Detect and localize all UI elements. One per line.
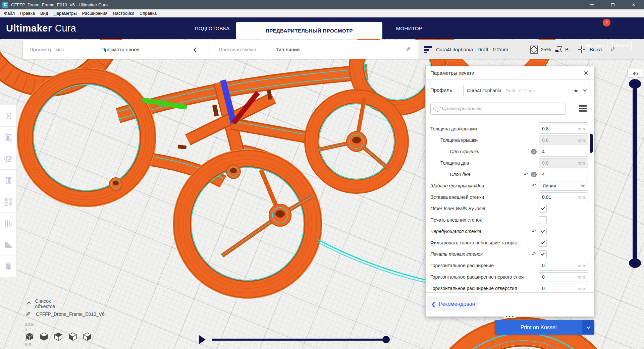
settings-menu-icon[interactable] [579,105,587,112]
settings-scrollbar[interactable] [590,134,593,153]
layer-slider-top-handle[interactable] [629,79,641,89]
move-tool-button[interactable] [0,105,16,127]
settings-scroll-area[interactable]: Толщина дна/крышки 0.8mm Толщина крышки … [426,119,594,292]
menu-bar: Файл Правка Вид Параметры Расширения Нас… [0,9,644,17]
window-title: CFFFP_Drone_Frame_E010_V6 - Ultimaker Cu… [11,2,108,7]
edit-view-pencil-icon[interactable]: ✎ [406,40,411,59]
print-options-button[interactable] [582,320,594,335]
simulation-slider-handle[interactable] [382,336,390,343]
duct-ring-bottom [173,150,322,298]
cylinder-icon [4,262,13,271]
undo-icon[interactable]: ↶ [532,251,536,257]
setting-checkbox[interactable] [539,239,547,247]
setting-checkbox[interactable] [539,228,547,235]
support-blocker-tool-button[interactable] [0,213,16,234]
object-list-toggle[interactable]: Список объектов [28,298,56,309]
menu-settings[interactable]: Параметры [51,10,79,17]
undo-icon[interactable]: ↶ [532,229,536,234]
layer-slider-bottom-handle[interactable] [629,258,641,268]
tab-prepare[interactable]: ПОДГОТОВКА [188,17,236,39]
duct-ring-left [17,68,156,207]
color-scheme-value[interactable]: Тип линии [276,40,300,59]
profile-label: Профиль [430,87,452,93]
scale-tool-button[interactable] [0,127,16,148]
close-window-button[interactable]: ✕ [628,0,639,9]
setting-row: Чередующаяся стенка ↶ [426,226,594,237]
view-type-value[interactable]: Просмотр слоёв [101,40,140,59]
mirror-tool-button[interactable] [0,170,16,191]
tab-monitor[interactable]: МОНИТОР [387,17,431,39]
maximize-button[interactable] [607,0,619,9]
brand-ultimaker: Ultimaker [6,23,52,34]
menu-view[interactable]: Вид [38,10,51,17]
collapse-chevron-icon[interactable]: ❮ [193,40,197,59]
sign-in-button[interactable]: Войти [612,41,632,50]
setting-input[interactable]: 4 [539,147,588,157]
infill-value[interactable]: 25% [541,40,551,59]
simulation-play-button[interactable] [199,335,206,344]
panel-resize-handle[interactable] [504,315,516,318]
per-model-settings-tool-button[interactable] [0,191,16,213]
setting-input[interactable]: 0mm [539,272,588,282]
setting-input[interactable]: 0.01mm [539,192,588,202]
profile-dropdown[interactable]: Cura4Litophania - Draft - 0.12mm ★ [463,85,590,96]
checkmark-icon [541,206,545,210]
rotate-tool-button[interactable] [0,148,16,170]
stairs-icon [4,240,13,249]
setting-input: 0.8mm [539,135,588,145]
setting-input: 0.8mm [539,158,588,168]
support-value[interactable]: В... [565,40,573,59]
menu-edit[interactable]: Правка [17,10,38,17]
application-window: C CFFFP_Drone_Frame_E010_V6 - Ultimaker … [0,0,644,349]
layer-slider-track[interactable] [633,84,637,263]
infill-icon [530,40,538,59]
view-left-button[interactable] [68,332,77,341]
view-right-button[interactable] [83,332,92,341]
setting-label: Вставка внешней стенки [430,194,539,200]
setting-checkbox[interactable] [539,216,547,224]
marketplace-button[interactable]: Магазин [583,41,607,50]
settings-search-box[interactable] [430,103,566,115]
view-3d-button[interactable] [25,332,34,341]
stairs-tool-button[interactable] [0,234,16,255]
setting-label: Шаблон для крышки/дна [430,183,532,188]
recommended-mode-button[interactable]: ❮ Рекомендован [427,296,478,311]
setting-input[interactable]: 0mm [539,261,588,271]
settings-search-input[interactable] [439,106,563,111]
cylinder-tool-button[interactable] [0,255,16,277]
setting-checkbox[interactable] [539,205,547,213]
panel-header: Параметры печати ✕ [426,66,594,80]
setting-dropdown[interactable]: Линии [539,181,588,191]
object-name-row[interactable]: ✎ CFFFP_Drone_Frame_E010_V6 [25,310,105,318]
print-button[interactable]: Print on Kossel [495,320,594,335]
setting-label: Печать внешних стенок [430,217,539,223]
undo-icon[interactable]: ↶ [532,183,536,189]
setting-input[interactable]: 0.8mm [539,124,588,134]
tab-preview[interactable]: ПРЕДВАРИТЕЛЬНЫЙ ПРОСМОТР [236,22,382,39]
view-type-label: Просмотр типа [30,40,64,59]
setting-input[interactable]: 4 [539,170,588,179]
menu-preferences[interactable]: Настройки [110,10,137,17]
setting-row-clipped [426,119,594,123]
menu-file[interactable]: Файл [1,10,17,17]
setting-label: Горизонтальное расширение первого слоя [430,274,539,280]
view-top-button[interactable] [54,332,63,341]
view-mode-toolbar: Просмотр типа Просмотр слоёв ❮ Цветовая … [23,40,419,59]
setting-row: Горизонтальное расширение первого слоя 0… [426,271,594,283]
star-icon[interactable]: ★ [574,88,578,94]
panel-close-button[interactable]: ✕ [582,69,590,77]
setting-label: Order Inner Walls By Inset [430,206,539,211]
print-button-label: Print on Kossel [495,320,582,335]
printer-profile-name[interactable]: Cura4Litophania - Draft - 0.2mm [436,40,508,59]
rename-pencil-icon[interactable]: ✎ [25,310,31,318]
setting-input[interactable]: 0mm [539,284,588,293]
menu-extensions[interactable]: Расширения [79,10,110,17]
undo-icon[interactable]: ↶ [524,172,528,177]
minimize-button[interactable] [586,0,598,9]
setting-checkbox[interactable] [539,250,547,258]
view-front-button[interactable] [39,332,49,341]
simulation-slider-track[interactable] [212,339,388,341]
menu-help[interactable]: Справка [137,10,159,17]
setting-label: Фильтровать только небольшие зазоры [430,240,539,245]
setting-input [539,119,588,123]
